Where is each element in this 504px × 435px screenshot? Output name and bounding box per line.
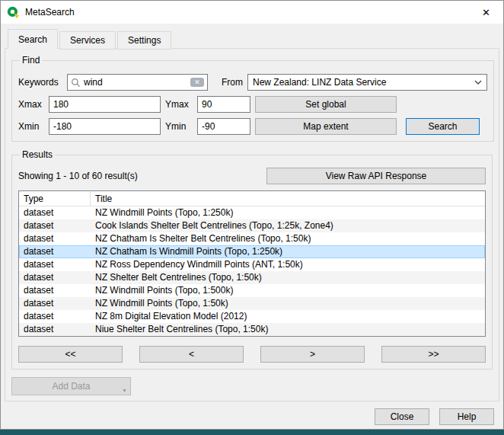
pager-next-button[interactable]: > — [260, 346, 365, 363]
view-raw-api-button[interactable]: View Raw API Response — [266, 168, 486, 184]
search-tab-panel: Find Keywords ✕ From New Zealand: LINZ D — [5, 48, 499, 401]
result-type-cell: dataset — [19, 219, 91, 232]
result-title-cell: NZ Windmill Points (Topo, 1:250k) — [91, 206, 485, 219]
column-header-title[interactable]: Title — [91, 191, 485, 206]
tab-bar: Search Services Settings — [1, 24, 503, 49]
result-title-cell: NZ Windmill Points (Topo, 1:500k) — [91, 284, 485, 297]
keywords-label: Keywords — [18, 77, 62, 88]
results-table: Type Title dataset NZ Windmill Points (T… — [18, 190, 486, 337]
table-row[interactable]: dataset NZ Shelter Belt Centrelines (Top… — [19, 271, 485, 284]
ymin-input[interactable] — [197, 118, 250, 135]
pager-last-button[interactable]: >> — [381, 346, 486, 363]
column-header-type[interactable]: Type — [19, 191, 91, 206]
ymin-label: Ymin — [165, 121, 193, 132]
group-find: Find Keywords ✕ From New Zealand: LINZ D — [11, 55, 494, 142]
help-button[interactable]: Help — [439, 408, 494, 425]
close-button[interactable]: Close — [375, 408, 429, 425]
result-type-cell: dataset — [19, 258, 91, 271]
result-type-cell: dataset — [19, 232, 91, 245]
result-type-cell: dataset — [19, 310, 91, 323]
clear-input-icon[interactable]: ✕ — [190, 78, 204, 87]
result-title-cell: NZ Shelter Belt Centrelines (Topo, 1:50k… — [91, 271, 485, 284]
result-title-cell: NZ Chatham Is Windmill Points (Topo, 1:2… — [91, 245, 485, 258]
titlebar: MetaSearch ✕ — [1, 1, 503, 24]
pager-prev-button[interactable]: < — [139, 346, 244, 363]
search-icon — [71, 78, 81, 88]
add-data-label: Add Data — [52, 381, 90, 392]
group-results: Results Showing 1 - 10 of 60 result(s) V… — [11, 149, 493, 369]
add-data-button[interactable]: Add Data ▼ — [11, 377, 131, 395]
table-row[interactable]: dataset NZ Windmill Points (Topo, 1:500k… — [19, 284, 485, 297]
xmin-label: Xmin — [18, 121, 44, 132]
pagination-bar: << < > >> — [18, 346, 486, 363]
ymax-input[interactable] — [197, 96, 250, 113]
result-type-cell: dataset — [19, 284, 91, 297]
tab-settings[interactable]: Settings — [117, 31, 171, 50]
xmax-input[interactable] — [49, 96, 161, 113]
result-type-cell: dataset — [19, 245, 91, 258]
set-global-button[interactable]: Set global — [255, 96, 397, 113]
result-title-cell: NZ Windmill Points (Topo, 1:50k) — [91, 297, 485, 310]
tab-search[interactable]: Search — [8, 29, 58, 49]
from-dropdown-value: New Zealand: LINZ Data Service — [253, 77, 386, 88]
xmax-label: Xmax — [18, 99, 44, 110]
table-row[interactable]: dataset NZ Ross Dependency Windmill Poin… — [19, 258, 485, 271]
from-dropdown[interactable]: New Zealand: LINZ Data Service — [247, 74, 487, 91]
result-title-cell: Cook Islands Shelter Belt Centrelines (T… — [91, 219, 485, 232]
table-row[interactable]: dataset NZ Chatham Is Windmill Points (T… — [19, 245, 485, 258]
desktop-background-strip — [0, 430, 504, 435]
table-row[interactable]: dataset NZ Windmill Points (Topo, 1:250k… — [19, 206, 485, 219]
dialog-button-bar: Close Help — [375, 408, 494, 425]
result-type-cell: dataset — [19, 206, 91, 219]
results-group-label: Results — [20, 149, 55, 160]
table-row[interactable]: dataset NZ Chatham Is Shelter Belt Centr… — [19, 232, 485, 245]
qgis-logo-icon — [7, 6, 20, 19]
tab-services[interactable]: Services — [59, 31, 116, 50]
result-type-cell: dataset — [19, 271, 91, 284]
map-extent-button[interactable]: Map extent — [255, 118, 397, 135]
result-title-cell: NZ 8m Digital Elevation Model (2012) — [91, 310, 485, 323]
search-button[interactable]: Search — [406, 118, 480, 135]
keywords-input-wrap: ✕ — [67, 74, 208, 91]
dropdown-arrow-icon: ▼ — [122, 388, 127, 393]
xmin-input[interactable] — [49, 118, 161, 135]
window-close-button[interactable]: ✕ — [469, 1, 503, 24]
chevron-down-icon — [474, 80, 482, 85]
ymax-label: Ymax — [165, 99, 193, 110]
results-table-body: dataset NZ Windmill Points (Topo, 1:250k… — [19, 206, 485, 336]
table-row[interactable]: dataset Niue Shelter Belt Centrelines (T… — [19, 323, 485, 336]
find-group-label: Find — [20, 55, 42, 66]
metasearch-dialog: MetaSearch ✕ Search Services Settings Fi… — [0, 0, 504, 430]
result-type-cell: dataset — [19, 297, 91, 310]
window-title: MetaSearch — [25, 7, 75, 18]
result-title-cell: NZ Chatham Is Shelter Belt Centrelines (… — [91, 232, 485, 245]
result-title-cell: Niue Shelter Belt Centrelines (Topo, 1:5… — [91, 323, 485, 336]
results-status: Showing 1 - 10 of 60 result(s) — [18, 171, 138, 181]
table-row[interactable]: dataset NZ 8m Digital Elevation Model (2… — [19, 310, 485, 323]
keywords-input[interactable] — [84, 77, 187, 88]
result-type-cell: dataset — [19, 323, 91, 336]
results-table-header: Type Title — [19, 191, 485, 206]
from-label: From — [222, 77, 243, 88]
table-row[interactable]: dataset Cook Islands Shelter Belt Centre… — [19, 219, 485, 232]
result-title-cell: NZ Ross Dependency Windmill Points (ANT,… — [91, 258, 485, 271]
table-row[interactable]: dataset NZ Windmill Points (Topo, 1:50k) — [19, 297, 485, 310]
pager-first-button[interactable]: << — [18, 346, 123, 363]
